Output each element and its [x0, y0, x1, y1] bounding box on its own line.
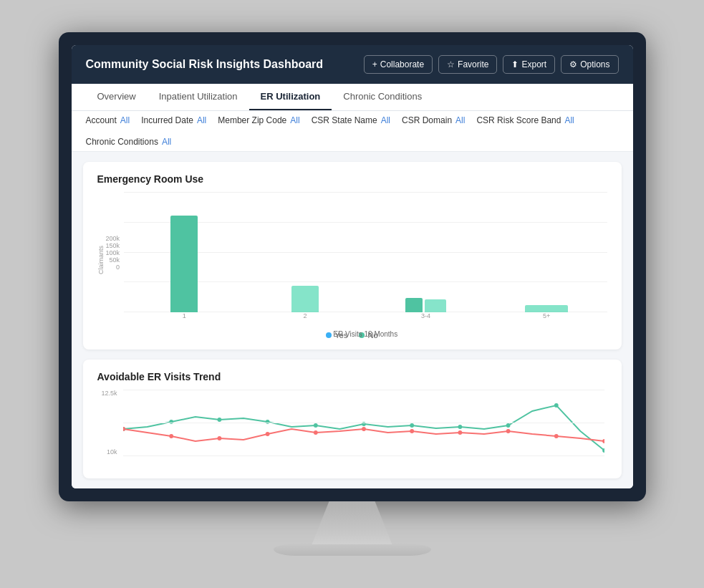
header-actions: + Collaborate ☆ Favorite ⬆ Export ⚙ Opti…: [364, 55, 619, 74]
trend-grid: [123, 390, 604, 456]
trend-grid-bot: [123, 456, 604, 456]
tab-inpatient[interactable]: Inpatient Utilization: [148, 84, 249, 110]
favorite-button[interactable]: ☆ Favorite: [438, 55, 497, 74]
y-label-0: 0: [116, 264, 120, 271]
tab-chronic-conditions[interactable]: Chronic Conditions: [332, 84, 433, 110]
bars-row: [124, 192, 607, 312]
filter-account: Account All: [86, 115, 130, 125]
chart-plot: 1 2 3-4 5+ ER Visits 18 Months: [124, 192, 607, 328]
screen-content: Community Social Risk Insights Dashboard…: [72, 45, 633, 488]
monitor-base: [274, 543, 431, 556]
trend-grid-top: [123, 390, 604, 390]
bar-group-1: [124, 192, 245, 312]
collaborate-button[interactable]: + Collaborate: [364, 55, 433, 74]
gear-icon: ⚙: [569, 59, 577, 69]
y-label-100k: 100k: [106, 249, 120, 256]
filter-risk-score: CSR Risk Score Band All: [476, 115, 574, 125]
filter-state-label: CSR State Name: [312, 115, 377, 125]
y-axis-title: Claimants: [97, 246, 105, 274]
er-use-chart-card: Emergency Room Use Claimants 200k 150k 1…: [83, 162, 622, 350]
y-label-200k: 200k: [106, 235, 120, 242]
bar-1-yes: [170, 216, 198, 312]
filter-incurred-date: Incurred Date All: [141, 115, 206, 125]
y-axis: 200k 150k 100k 50k 0: [106, 233, 125, 286]
trend-chart-title: Avoidable ER Visits Trend: [97, 371, 607, 382]
export-button[interactable]: ⬆ Export: [503, 55, 555, 74]
filter-account-label: Account: [86, 115, 117, 125]
filter-domain-label: CSR Domain: [402, 115, 452, 125]
monitor-stand: [295, 501, 410, 544]
trend-y-axis: 12.5k 10k: [97, 390, 120, 456]
filter-chronic: Chronic Conditions All: [86, 137, 172, 147]
x-label-1: 1: [124, 312, 245, 319]
bar-group-4: [486, 192, 607, 312]
tabs-bar: Overview Inpatient Utilization ER Utiliz…: [72, 84, 633, 111]
trend-grid-mid: [123, 423, 604, 423]
tab-overview[interactable]: Overview: [86, 84, 148, 110]
filter-risk-value[interactable]: All: [564, 115, 574, 125]
filter-zip: Member Zip Code All: [218, 115, 299, 125]
trend-y-125k: 12.5k: [101, 390, 117, 397]
star-icon: ☆: [447, 59, 455, 69]
filter-chronic-value[interactable]: All: [162, 137, 171, 147]
er-chart-title: Emergency Room Use: [97, 173, 607, 185]
y-label-150k: 150k: [106, 242, 120, 249]
x-label-3: 3-4: [365, 312, 486, 319]
filter-chronic-label: Chronic Conditions: [86, 137, 158, 147]
collaborate-icon: +: [372, 59, 377, 69]
filter-state-value[interactable]: All: [381, 115, 390, 125]
trend-plot: [123, 390, 604, 456]
filter-zip-label: Member Zip Code: [218, 115, 286, 125]
x-label-4: 5+: [486, 312, 607, 319]
y-label-50k: 50k: [110, 256, 120, 264]
filter-domain-value[interactable]: All: [455, 115, 465, 125]
filter-incurred-label: Incurred Date: [141, 115, 193, 125]
tab-er-utilization[interactable]: ER Utilization: [249, 84, 332, 110]
bar-3-yes: [405, 298, 423, 312]
options-button[interactable]: ⚙ Options: [561, 55, 618, 74]
filter-incurred-value[interactable]: All: [197, 115, 206, 125]
bar-3-no: [425, 299, 446, 312]
x-label-2: 2: [245, 312, 366, 319]
x-axis: 1 2 3-4 5+: [124, 312, 607, 328]
filter-zip-value[interactable]: All: [290, 115, 299, 125]
export-icon: ⬆: [511, 59, 519, 69]
bar-2-no: [291, 286, 319, 312]
dashboard-title: Community Social Risk Insights Dashboard: [86, 58, 324, 71]
trend-y-10k: 10k: [107, 448, 117, 456]
bar-group-2: [245, 192, 366, 312]
bar-group-3: [365, 192, 486, 312]
filters-bar: Account All Incurred Date All Member Zip…: [72, 111, 633, 152]
header: Community Social Risk Insights Dashboard…: [72, 45, 633, 84]
trend-chart-card: Avoidable ER Visits Trend 12.5k 10k: [83, 360, 622, 478]
filter-account-value[interactable]: All: [120, 115, 130, 125]
trend-chart-container: 12.5k 10k: [97, 390, 607, 468]
filter-state: CSR State Name All: [312, 115, 390, 125]
filter-domain: CSR Domain All: [402, 115, 465, 125]
bar-4-no: [525, 305, 568, 312]
filter-risk-label: CSR Risk Score Band: [476, 115, 561, 125]
er-chart-container: Claimants 200k 150k 100k 50k 0: [97, 192, 607, 328]
x-axis-title: ER Visits 18 Months: [124, 330, 607, 338]
monitor-screen: Community Social Risk Insights Dashboard…: [59, 32, 646, 501]
charts-area: Emergency Room Use Claimants 200k 150k 1…: [72, 152, 633, 488]
